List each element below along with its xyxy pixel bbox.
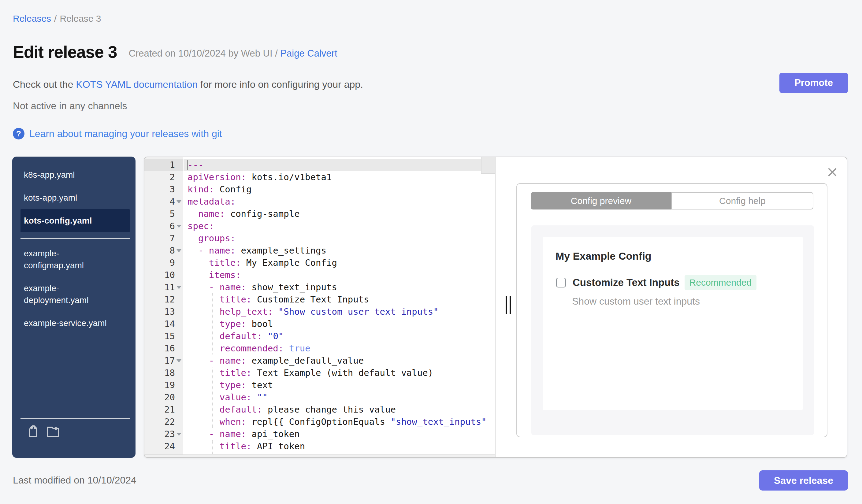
code-line-2[interactable]: apiVersion: kots.io/v1beta1 — [184, 171, 495, 183]
add-folder-button[interactable] — [46, 424, 61, 439]
file-sidebar: k8s-app.yamlkots-app.yamlkots-config.yam… — [12, 157, 135, 458]
breadcrumb-releases-link[interactable]: Releases — [13, 13, 51, 24]
code-line-10[interactable]: items: — [184, 269, 495, 281]
breadcrumb-current: Release 3 — [60, 13, 101, 24]
editor-horizontal-scrollbar[interactable] — [144, 454, 495, 457]
code-line-18[interactable]: title: Text Example (with default value) — [184, 367, 495, 379]
gutter-line-22: 22 — [144, 416, 183, 428]
gutter-line-15: 15 — [144, 330, 183, 342]
code-line-22[interactable]: when: repl{{ ConfigOptionEquals "show_te… — [184, 416, 495, 428]
code-line-13[interactable]: help_text: "Show custom user text inputs… — [184, 306, 495, 318]
indent-guide — [212, 440, 213, 456]
add-folder-icon — [46, 424, 61, 438]
sidebar-file-kots-config.yaml[interactable]: kots-config.yaml — [21, 209, 130, 232]
code-line-7[interactable]: groups: — [184, 232, 495, 244]
customize-text-inputs-checkbox[interactable] — [556, 278, 566, 288]
git-help-row: ? Learn about managing your releases wit… — [13, 128, 222, 140]
created-info: Created on 10/10/2024 by Web UI / Paige … — [129, 45, 337, 59]
code-line-15[interactable]: default: "0" — [184, 330, 495, 342]
sidebar-actions — [12, 419, 135, 439]
preview-inner-box: Config previewConfig help My Example Con… — [516, 183, 827, 437]
tab-config-help[interactable]: Config help — [671, 192, 813, 210]
code-line-20[interactable]: value: "" — [184, 391, 495, 403]
close-panel-button[interactable] — [826, 167, 838, 178]
gutter-line-2: 2 — [144, 171, 183, 183]
config-card: My Example Config Customize Text Inputs … — [543, 237, 803, 410]
fold-arrow-icon[interactable] — [177, 225, 181, 228]
code-line-21[interactable]: default: please change this value — [184, 403, 495, 416]
sidebar-file-example-configmap.yaml[interactable]: example-configmap.yaml — [12, 242, 135, 277]
code-line-1[interactable]: --- — [184, 159, 495, 171]
config-item-help: Show custom user text inputs — [572, 296, 700, 307]
sidebar-file-example-service.yaml[interactable]: example-service.yaml — [12, 311, 135, 334]
code-line-19[interactable]: type: text — [184, 379, 495, 391]
code-line-4[interactable]: metadata: — [184, 196, 495, 208]
gutter-line-17: 17 — [144, 355, 183, 367]
config-area: My Example Config Customize Text Inputs … — [531, 225, 814, 435]
promote-button[interactable]: Promote — [780, 73, 848, 93]
sidebar-file-k8s-app.yaml[interactable]: k8s-app.yaml — [12, 163, 135, 186]
sidebar-file-example-deployment.yaml[interactable]: example-deployment.yaml — [12, 277, 135, 311]
question-icon: ? — [13, 128, 25, 140]
code-line-6[interactable]: spec: — [184, 220, 495, 232]
indent-guide — [212, 367, 213, 428]
code-line-11[interactable]: - name: show_text_inputs — [184, 281, 495, 293]
panel-resize-handle[interactable] — [506, 296, 511, 314]
gutter-line-24: 24 — [144, 440, 183, 452]
tab-config-preview[interactable]: Config preview — [531, 192, 671, 210]
created-author-link[interactable]: Paige Calvert — [280, 48, 337, 59]
gutter-line-19: 19 — [144, 379, 183, 391]
preview-tabs: Config previewConfig help — [531, 192, 813, 210]
kots-yaml-doc-link[interactable]: KOTS YAML documentation — [76, 79, 198, 90]
gutter-line-6: 6 — [144, 220, 183, 232]
fold-arrow-icon[interactable] — [177, 286, 181, 289]
doc-hint: Check out the KOTS YAML documentation fo… — [13, 79, 363, 90]
code-line-9[interactable]: title: My Example Config — [184, 256, 495, 269]
gutter-line-21: 21 — [144, 403, 183, 416]
gutter-line-20: 20 — [144, 391, 183, 403]
config-item-row: Customize Text Inputs Recommended — [556, 275, 756, 290]
editor-code-area[interactable]: ---apiVersion: kots.io/v1beta1kind: Conf… — [184, 157, 495, 457]
code-line-24[interactable]: title: API token — [184, 440, 495, 452]
code-line-23[interactable]: - name: api_token — [184, 428, 495, 440]
code-line-3[interactable]: kind: Config — [184, 183, 495, 196]
git-releases-link[interactable]: Learn about managing your releases with … — [29, 128, 222, 140]
code-line-8[interactable]: - name: example_settings — [184, 244, 495, 256]
close-icon — [826, 167, 838, 178]
gutter-line-3: 3 — [144, 183, 183, 196]
editor-vertical-scrollbar[interactable] — [481, 157, 495, 174]
gutter-line-1: 1 — [144, 159, 183, 171]
code-line-12[interactable]: title: Customize Text Inputs — [184, 293, 495, 306]
fold-arrow-icon[interactable] — [177, 433, 181, 436]
save-release-button[interactable]: Save release — [759, 470, 848, 491]
release-workspace: 1234567891011121314151617181920212223242… — [144, 157, 847, 458]
code-line-14[interactable]: type: bool — [184, 318, 495, 330]
config-group-title: My Example Config — [556, 250, 652, 262]
fold-arrow-icon[interactable] — [177, 249, 181, 252]
last-modified: Last modified on 10/10/2024 — [13, 475, 136, 486]
breadcrumb-separator: / — [54, 13, 56, 24]
fold-arrow-icon[interactable] — [177, 200, 181, 203]
yaml-editor[interactable]: 1234567891011121314151617181920212223242… — [144, 157, 496, 457]
add-file-button[interactable] — [26, 424, 40, 439]
config-preview-panel: Config previewConfig help My Example Con… — [496, 157, 847, 457]
file-list: k8s-app.yamlkots-app.yamlkots-config.yam… — [12, 157, 135, 334]
code-line-5[interactable]: name: config-sample — [184, 208, 495, 220]
file-list-divider — [21, 238, 130, 239]
recommended-badge: Recommended — [684, 275, 756, 290]
code-line-16[interactable]: recommended: true — [184, 342, 495, 355]
add-file-icon — [26, 424, 40, 438]
doc-hint-before: Check out the — [13, 79, 76, 90]
gutter-line-18: 18 — [144, 367, 183, 379]
text-cursor — [187, 160, 188, 170]
gutter-line-11: 11 — [144, 281, 183, 293]
created-text: Created on 10/10/2024 by Web UI / — [129, 48, 278, 59]
code-line-17[interactable]: - name: example_default_value — [184, 355, 495, 367]
page-title: Edit release 3 — [13, 42, 117, 62]
gutter-line-7: 7 — [144, 232, 183, 244]
sidebar-file-kots-app.yaml[interactable]: kots-app.yaml — [12, 186, 135, 209]
gutter-line-16: 16 — [144, 342, 183, 355]
title-row: Edit release 3 Created on 10/10/2024 by … — [13, 42, 337, 62]
gutter-line-10: 10 — [144, 269, 183, 281]
fold-arrow-icon[interactable] — [177, 359, 181, 362]
